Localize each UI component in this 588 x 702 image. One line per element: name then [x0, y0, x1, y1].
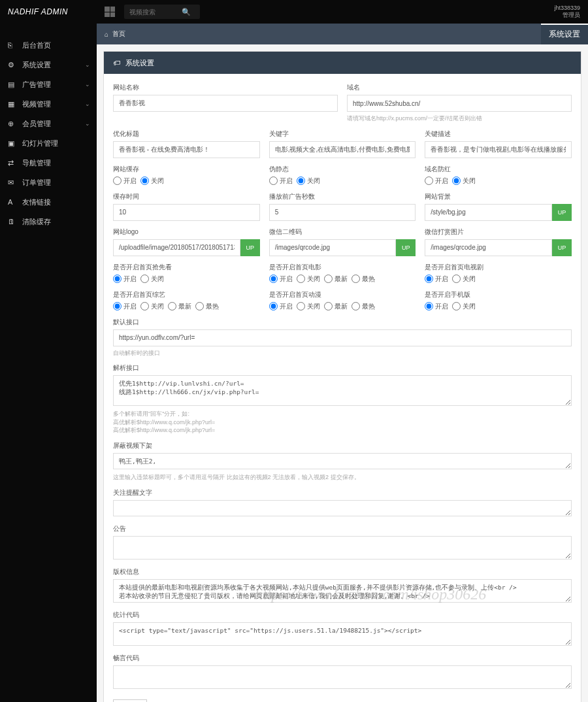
- radio-home_variety[interactable]: 开启: [113, 302, 137, 311]
- sidebar-item-8[interactable]: A友情链接: [0, 192, 97, 212]
- chevron-down-icon: ⌄: [85, 101, 90, 107]
- radio-home_first[interactable]: 关闭: [140, 275, 164, 284]
- radio-home_first[interactable]: 开启: [113, 275, 137, 284]
- radio-home_variety[interactable]: 最热: [195, 302, 219, 311]
- copyright-textarea[interactable]: 本站提供的最新电影和电视剧资源均系收集于各大视频网站,本站只提供web页面服务,…: [113, 579, 572, 603]
- chevron-down-icon: ⌄: [85, 81, 90, 88]
- label-home_first: 是否开启首页抢先看: [113, 263, 260, 272]
- radio-home_movie[interactable]: 开启: [269, 275, 293, 284]
- label-home_mobile: 是否开启手机版: [425, 290, 572, 299]
- tab-settings[interactable]: 系统设置: [541, 24, 588, 44]
- sidebar-item-5[interactable]: ▣幻灯片管理: [0, 133, 97, 153]
- nav-label: 系统设置: [22, 60, 51, 70]
- nav-label: 广告管理: [22, 80, 51, 90]
- breadcrumb-home[interactable]: 首页: [112, 29, 125, 39]
- description-input[interactable]: [425, 141, 572, 158]
- label-cache: 网站缓存: [113, 165, 260, 174]
- sidebar-item-0[interactable]: ⎘后台首页: [0, 35, 97, 55]
- keywords-input[interactable]: [269, 141, 416, 158]
- seo-title-input[interactable]: [113, 141, 260, 158]
- nav-icon: ▣: [8, 139, 17, 148]
- radio-home_anime[interactable]: 关闭: [297, 302, 320, 311]
- default-api-input[interactable]: [113, 329, 572, 346]
- sidebar-item-4[interactable]: ⊕会员管理⌄: [0, 114, 97, 133]
- parse-api-help: 多个解析请用"回车"分开，如: 高优解析$http://www.q.com/jk…: [113, 410, 572, 435]
- nav-icon: ▤: [8, 80, 17, 89]
- search-box: 🔍: [124, 5, 200, 19]
- wechat-reward-input[interactable]: [425, 239, 552, 256]
- sidebar-item-7[interactable]: ✉订单管理: [0, 173, 97, 192]
- search-input[interactable]: [129, 8, 182, 16]
- radio-home_tv[interactable]: 开启: [425, 275, 448, 284]
- sidebar-item-3[interactable]: ▦视频管理⌄: [0, 94, 97, 114]
- radio-home_movie[interactable]: 最新: [324, 275, 348, 284]
- radio-rewrite[interactable]: 关闭: [297, 176, 320, 186]
- radio-home_variety[interactable]: 最新: [168, 302, 191, 311]
- sidebar-item-6[interactable]: ⇄导航管理: [0, 153, 97, 173]
- label-parse-api: 解析接口: [113, 363, 572, 373]
- nav-icon: ⇄: [8, 159, 17, 167]
- submit-button[interactable]: 提交: [113, 699, 147, 702]
- domain-input[interactable]: [347, 95, 572, 112]
- radio-home_anime[interactable]: 开启: [269, 302, 293, 311]
- site-name-input[interactable]: [113, 95, 338, 112]
- sidebar-item-1[interactable]: ⚙系统设置⌄: [0, 55, 97, 75]
- site-logo-input[interactable]: [113, 239, 240, 256]
- radio-home_anime[interactable]: 最新: [324, 302, 348, 311]
- apps-icon[interactable]: [105, 7, 115, 17]
- radio-cache[interactable]: 关闭: [140, 176, 164, 186]
- wechat-reward-up[interactable]: UP: [552, 239, 572, 256]
- label-cache-time: 缓存时间: [113, 192, 260, 201]
- radio-home_anime[interactable]: 最热: [351, 302, 375, 311]
- label-site-bg: 网站背景: [425, 192, 572, 201]
- label-follow: 关注提醒文字: [113, 488, 572, 497]
- radio-hotlink[interactable]: 开启: [425, 176, 448, 186]
- nav-label: 会员管理: [22, 119, 51, 129]
- cache-time-input[interactable]: [113, 204, 260, 221]
- announce-textarea[interactable]: [113, 536, 572, 560]
- radio-home_tv[interactable]: 关闭: [452, 275, 476, 284]
- nav-label: 友情链接: [22, 197, 51, 207]
- label-seo-title: 优化标题: [113, 129, 260, 139]
- blocked-help: 这里输入违禁标题即可，多个请用逗号隔开 比如这有的视频2 无法放看，输入视频2 …: [113, 473, 572, 482]
- user-role: 管理员: [554, 11, 580, 20]
- nav-label: 导航管理: [22, 158, 51, 168]
- panel-title: 系统设置: [125, 58, 154, 68]
- radio-cache[interactable]: 开启: [113, 176, 137, 186]
- follow-textarea[interactable]: [113, 500, 572, 516]
- label-wechat-qr: 微信二维码: [269, 227, 416, 237]
- radio-home_movie[interactable]: 关闭: [297, 275, 320, 284]
- site-logo-up[interactable]: UP: [240, 239, 260, 256]
- label-ad-seconds: 播放前广告秒数: [269, 192, 416, 201]
- site-bg-up[interactable]: UP: [552, 204, 572, 221]
- home-icon[interactable]: ⌂: [105, 31, 108, 38]
- radio-hotlink[interactable]: 关闭: [452, 176, 476, 186]
- wechat-qr-up[interactable]: UP: [396, 239, 416, 256]
- panel-header: 🏷 系统设置: [104, 52, 581, 74]
- parse-api-textarea[interactable]: 优先1$http://vip.lunlvshi.cn/?url= 线路1$htt…: [113, 375, 572, 406]
- sidebar-nav: ⎘后台首页⚙系统设置⌄▤广告管理⌄▦视频管理⌄⊕会员管理⌄▣幻灯片管理⇄导航管理…: [0, 24, 97, 702]
- nav-icon: A: [8, 198, 17, 206]
- sidebar-item-2[interactable]: ▤广告管理⌄: [0, 75, 97, 94]
- nav-icon: ⚙: [8, 61, 17, 69]
- adcode-textarea[interactable]: [113, 665, 572, 689]
- radio-home_mobile[interactable]: 关闭: [452, 302, 476, 311]
- search-icon[interactable]: 🔍: [182, 8, 191, 16]
- blocked-textarea[interactable]: 鸭王,鸭王2,: [113, 453, 572, 469]
- radio-rewrite[interactable]: 开启: [269, 176, 293, 186]
- label-keywords: 关键字: [269, 129, 416, 139]
- radio-home_mobile[interactable]: 开启: [425, 302, 448, 311]
- radio-home_variety[interactable]: 关闭: [140, 302, 164, 311]
- site-bg-input[interactable]: [425, 204, 552, 221]
- radio-home_movie[interactable]: 最热: [351, 275, 375, 284]
- label-domain: 域名: [347, 83, 572, 92]
- topbar: 🔍 jht338339 管理员: [97, 0, 588, 24]
- label-blocked: 屏蔽视频下架: [113, 441, 572, 450]
- wechat-qr-input[interactable]: [269, 239, 397, 256]
- user-menu[interactable]: jht338339 管理员: [554, 5, 580, 20]
- label-copyright: 版权信息: [113, 567, 572, 577]
- tag-icon: 🏷: [113, 59, 120, 67]
- ad-seconds-input[interactable]: [269, 204, 416, 221]
- sidebar-item-9[interactable]: 🗓清除缓存: [0, 212, 97, 231]
- stat-textarea[interactable]: <script type="text/javascript" src="http…: [113, 622, 572, 646]
